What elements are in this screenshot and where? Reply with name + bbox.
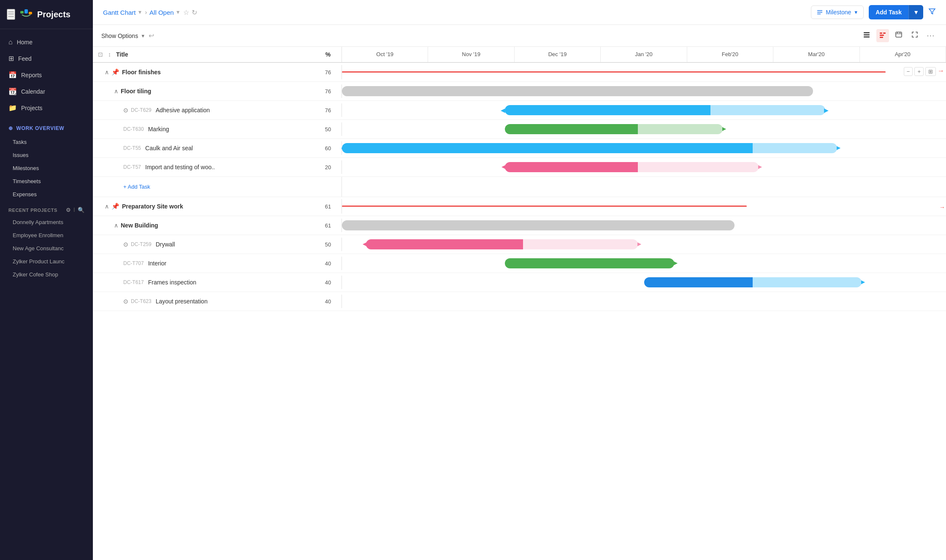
sidebar-item-expenses[interactable]: Expenses [0,188,93,201]
refresh-icon[interactable]: ↻ [192,8,197,16]
sidebar-item-home-label: Home [17,39,33,46]
gantt-bar-light: ▶ [523,239,638,249]
milestone-button[interactable]: Milestone ▼ [811,5,864,19]
row-title: Preparatory Site work [122,203,317,210]
expand-all-icon[interactable]: ⊡ [98,51,103,58]
show-options-button[interactable]: Show Options ▼ [101,32,145,39]
breadcrumb-filter[interactable]: All Open ▼ [149,9,180,16]
task-id: DC-T55 [123,145,141,151]
month-nov19: Nov '19 [428,47,514,62]
fullscreen-icon-button[interactable] [908,29,921,42]
plus-button[interactable]: + [914,67,924,76]
milestone-dropdown-icon: ▼ [854,10,858,15]
gantt-bar: ▶ [505,258,674,268]
gantt-row-left: ⊙ DC-T623 Layout presentation 40 [93,295,342,308]
filter-dropdown-icon[interactable]: ▼ [176,9,181,15]
app-title: Projects [37,10,70,19]
gantt-row-left: DC-T57 Import and testing of woo.. 20 [93,160,342,174]
chevron-icon[interactable]: ⊙ [123,298,128,305]
sidebar-item-calendar[interactable]: 📆 Calendar [0,83,93,100]
add-task-dropdown-icon[interactable]: ▼ [908,5,923,19]
chevron-icon[interactable]: ⊙ [123,241,128,248]
recent-projects-settings-icon[interactable]: ⚙ [66,207,71,213]
sort-icon[interactable]: ↕ [108,51,111,58]
row-percent: 20 [320,164,336,170]
recent-project-2[interactable]: New Age Consultanc [0,242,93,255]
gantt-row-chart: − + ⊞ → [342,63,946,81]
row-height-icon-button[interactable] [860,29,873,42]
sidebar-item-feed[interactable]: ⊞ Feed [0,50,93,67]
recent-project-3[interactable]: Zylker Product Launc [0,255,93,268]
gantt-row-left: ∧ New Building 61 [93,219,342,232]
gantt-left-header: ⊡ ↕ Title % [93,47,342,62]
gantt-dropdown-icon[interactable]: ▼ [138,9,143,15]
sidebar-header: ☰ Projects [0,0,93,29]
hamburger-icon[interactable]: ☰ [7,9,15,20]
calendar-view-icon-button[interactable] [892,29,905,42]
gantt-row-chart: ▶ [342,120,946,138]
row-percent: 50 [320,126,336,133]
table-row: DC-T57 Import and testing of woo.. 20 ◀ … [93,158,946,177]
add-task-button[interactable]: Add Task ▼ [869,5,923,19]
gantt-bar-solid: ◀ [366,239,523,249]
arrow-right-icon: ▶ [674,260,678,266]
recent-projects-search-icon[interactable]: 🔍 [78,207,84,213]
sidebar: ☰ Projects ⌂ Home ⊞ Feed 📅 Reports 📆 Cal… [0,0,93,560]
month-dec19: Dec '19 [515,47,601,62]
dot-icon: ● [341,145,344,151]
expand-button[interactable]: ⊞ [925,67,936,76]
add-task-inline-link[interactable]: + Add Task [123,180,150,193]
gantt-bar-light: ▶ [710,105,825,115]
gantt-row-left: DC-T707 Interior 40 [93,257,342,270]
sidebar-item-timesheets[interactable]: Timesheets [0,175,93,188]
gantt-bar-light: ▶ [753,277,862,287]
sidebar-item-calendar-label: Calendar [21,88,45,95]
chevron-icon[interactable]: ⊙ [123,107,128,114]
recent-projects-list: Donnelly Apartments Employee Enrollmen N… [0,216,93,281]
arrow-right-icon: ▶ [824,107,829,114]
gantt-bar-solid: ◀ [505,162,638,172]
toolbar: Show Options ▼ ↩ [93,25,946,47]
recent-project-1[interactable]: Employee Enrollmen [0,229,93,242]
gantt-bar-solid [644,277,753,287]
row-title: Interior [148,260,317,267]
svg-rect-13 [896,32,902,37]
row-title: Import and testing of woo.. [145,164,317,170]
chevron-icon[interactable]: ∧ [114,88,118,95]
favorite-star-icon[interactable]: ☆ [183,8,189,16]
row-title: Frames inspection [148,279,317,286]
gantt-row-chart: → [342,197,946,216]
recent-project-0[interactable]: Donnelly Apartments [0,216,93,229]
breadcrumb-gantt[interactable]: Gantt Chart ▼ [103,9,142,16]
arrow-left-icon: ◀ [363,241,366,247]
sidebar-item-home[interactable]: ⌂ Home [0,34,93,50]
row-title: Floor tiling [121,88,317,95]
task-id: DC-T630 [123,126,144,132]
chevron-icon[interactable]: ∧ [105,69,109,76]
chevron-icon[interactable]: ∧ [114,222,118,229]
filter-icon-button[interactable] [928,8,936,17]
chevron-icon[interactable]: ∧ [105,203,109,210]
gantt-row-chart: ◀ ▶ [342,235,946,254]
gantt-bar-light: ▶ [638,162,759,172]
task-id: DC-T57 [123,164,141,170]
sidebar-item-issues[interactable]: Issues [0,149,93,162]
row-title: Layout presentation [156,298,317,305]
sidebar-item-reports[interactable]: 📅 Reports [0,67,93,83]
minus-button[interactable]: − [904,67,913,76]
sidebar-item-projects[interactable]: 📁 Projects [0,100,93,116]
gantt-bar-light: ▶ [638,124,722,134]
arrow-right-icon: ▶ [758,164,762,170]
sidebar-item-milestones[interactable]: Milestones [0,162,93,175]
gantt-view-icon-button[interactable] [876,29,889,42]
gantt-row-chart: ◀ ▶ [342,101,946,119]
gantt-bar-solid: ● [342,143,390,153]
more-options-icon-button[interactable]: ··· [924,30,938,42]
undo-button[interactable]: ↩ [149,32,154,40]
table-row: ⊙ DC-T629 Adhesive application 76 ◀ ▶ [93,101,946,120]
sidebar-item-tasks[interactable]: Tasks [0,135,93,149]
gantt-row-left: ∧ 📌 Preparatory Site work 61 [93,199,342,214]
table-row: DC-T707 Interior 40 ▶ [93,254,946,273]
recent-projects-section: RECENT PROJECTS ⚙ | 🔍 [0,201,93,216]
recent-project-4[interactable]: Zylker Cofee Shop [0,268,93,281]
